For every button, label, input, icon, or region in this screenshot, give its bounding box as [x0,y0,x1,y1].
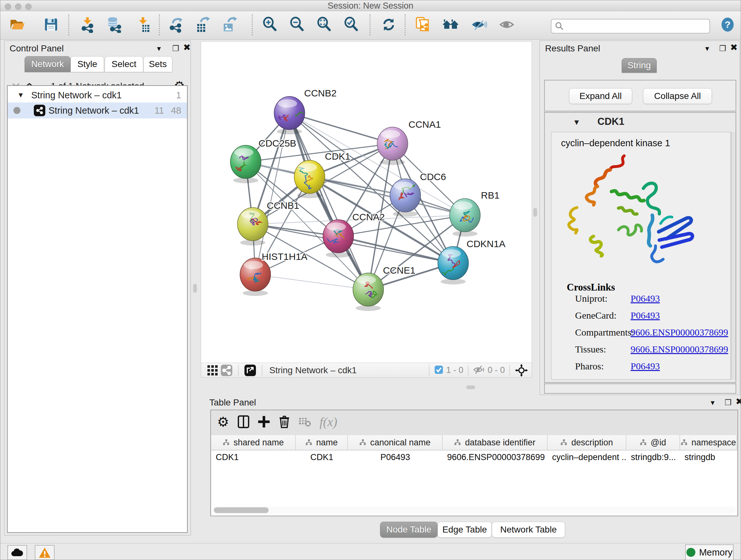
panel-float-icon[interactable]: ❒ [719,44,726,53]
add-column-icon[interactable] [256,414,272,430]
node-table[interactable]: shared namenamecanonical namedatabase id… [211,435,737,516]
panel-close-icon[interactable]: ✖ [183,42,191,53]
import-network-file-button[interactable] [79,16,96,34]
table-options-gear-icon[interactable]: ⚙ [215,414,231,430]
expand-all-button[interactable]: Expand All [569,88,632,104]
collection-label: String Network – cdk1 [31,90,122,101]
panel-menu-icon[interactable]: ▾ [157,44,161,53]
search-field[interactable] [567,21,710,32]
table-cell[interactable]: CDK1 [211,450,296,464]
column-header-shared-name[interactable]: shared name [211,435,296,450]
show-columns-icon[interactable] [235,414,252,430]
selected-checkbox-icon[interactable] [434,365,444,376]
zoom-selected-button[interactable] [343,16,360,34]
show-all-button[interactable] [498,16,515,34]
tab-select[interactable]: Select [105,56,143,72]
table-cell[interactable]: CDK1 [296,450,348,464]
network-row[interactable]: String Network – cdk1 11 48 [8,103,187,118]
hidden-eye-icon[interactable] [473,365,485,376]
tab-node-table[interactable]: Node Table [380,522,437,538]
tab-network-table[interactable]: Network Table [492,522,565,538]
export-image-button[interactable] [221,16,239,34]
section-collapse-icon[interactable]: ▼ [573,118,581,127]
save-session-button[interactable] [43,16,60,34]
horizontal-splitter-handle[interactable] [466,385,475,389]
network-canvas[interactable]: CCNB2CCNA1CDC25BCDK1CDC6RB1CCNB1CCNA2CDK… [201,41,532,363]
memory-button[interactable]: Memory [685,544,734,560]
first-neighbors-button[interactable] [442,16,459,34]
table-horizontal-scrollbar[interactable] [212,507,736,514]
panel-close-icon[interactable]: ✖ [730,42,738,53]
network-node-RB1[interactable]: RB1 [450,190,499,237]
vertical-splitter-handle[interactable] [193,284,197,293]
import-network-database-button[interactable] [106,16,123,34]
grid-view-icon[interactable] [205,364,219,376]
zoom-in-button[interactable] [261,16,279,34]
table-cell[interactable]: stringdb [680,450,737,464]
tab-string[interactable]: String [622,58,657,73]
collapse-all-button[interactable]: Collapse All [643,88,712,104]
scrollbar-thumb[interactable] [214,507,269,513]
crosslink-link[interactable]: P06493 [630,293,660,304]
table-cell[interactable]: stringdb:9... [626,450,680,464]
table-cell[interactable]: 9606.ENSP00000378699 [443,450,548,464]
control-panel-title: Control Panel [10,44,64,54]
hide-selected-button[interactable] [470,16,487,34]
zoom-fit-button[interactable] [316,16,333,34]
column-header-name[interactable]: name [296,435,348,450]
warnings-button[interactable] [35,545,55,560]
network-node-HIST1H1A[interactable]: HIST1H1A [240,251,307,296]
cloud-button[interactable] [7,545,27,560]
string-network-graph[interactable]: CCNB2CCNA1CDC25BCDK1CDC6RB1CCNB1CCNA2CDK… [201,42,532,363]
network-node-CDKN1A[interactable]: CDKN1A [437,239,505,285]
panel-float-icon[interactable]: ❒ [725,398,732,407]
delete-table-icon[interactable] [296,414,313,430]
clone-network-button[interactable] [414,16,431,34]
crosslink-label: Tissues: [575,344,606,355]
function-builder-icon[interactable]: f(x) [316,414,341,430]
delete-column-icon[interactable] [276,414,293,430]
column-header-canonical-name[interactable]: canonical name [348,435,443,450]
open-session-button[interactable] [9,16,26,34]
tab-style[interactable]: Style [71,56,104,72]
refresh-button[interactable] [380,16,397,34]
export-network-button[interactable] [167,16,185,34]
tab-network[interactable]: Network [24,56,71,72]
network-node-CCNE1[interactable]: CCNE1 [353,265,415,311]
table-row[interactable]: CDK1CDK1P064939606.ENSP00000378699cyclin… [211,450,737,464]
detach-view-icon[interactable] [243,364,257,376]
panel-float-icon[interactable]: ❒ [172,44,179,53]
panel-close-icon[interactable]: ✖ [736,396,741,407]
panel-menu-icon[interactable]: ▾ [705,44,709,53]
birds-eye-view-icon[interactable] [515,364,529,376]
crosslink-link[interactable]: 9606.ENSP00000378699 [630,327,728,338]
vertical-splitter-handle[interactable] [533,208,537,217]
gene-section-header[interactable]: ▼ CDK1 [545,116,736,130]
export-table-button[interactable] [194,16,212,34]
column-header-description[interactable]: description [548,435,626,450]
column-type-icon [640,439,647,446]
memory-status-dot [686,548,695,557]
table-cell[interactable]: P06493 [348,450,443,464]
column-header-database-identifier[interactable]: database identifier [443,435,548,450]
panel-menu-icon[interactable]: ▾ [711,398,715,407]
crosslink-link[interactable]: P06493 [630,310,660,321]
search-input[interactable] [551,19,710,34]
tree-expander-icon[interactable]: ▼ [17,91,24,99]
tab-sets[interactable]: Sets [143,56,172,72]
table-cell[interactable]: cyclin–dependent ... [548,450,626,464]
help-button[interactable]: ? [719,16,736,34]
column-header-namespace[interactable]: namespace [680,435,737,450]
share-view-icon[interactable] [219,364,233,376]
tab-edge-table[interactable]: Edge Table [437,522,492,538]
import-table-button[interactable] [134,16,151,34]
crosslink-link[interactable]: P06493 [630,361,660,372]
network-collection-row[interactable]: ▼ String Network – cdk1 1 [8,87,187,103]
zoom-out-button[interactable] [288,16,306,34]
network-node-CCNA1[interactable]: CCNA1 [377,119,441,165]
results-panel: Results Panel ▾ ❒ ✖ String Expand All Co… [540,41,740,395]
column-header-@id[interactable]: @id [626,435,680,450]
network-node-CDC6[interactable]: CDC6 [390,172,446,217]
results-scrollbar[interactable] [731,132,736,380]
crosslink-link[interactable]: 9606.ENSP00000378699 [630,344,728,355]
